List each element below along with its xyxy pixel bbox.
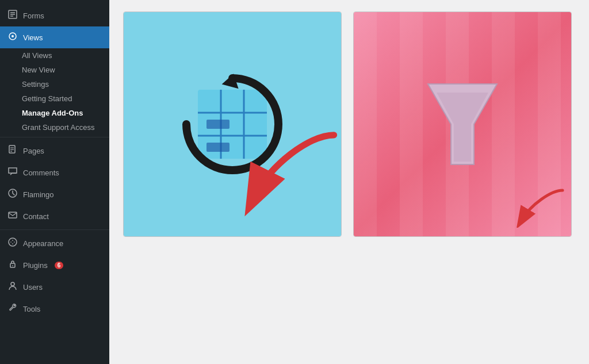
sidebar-item-flamingo[interactable]: Flamingo	[0, 183, 109, 205]
sidebar-item-tools-label: Tools	[23, 305, 40, 313]
flamingo-icon	[7, 188, 18, 201]
sidebar-item-forms-label: Forms	[23, 12, 44, 20]
sidebar-divider-1	[0, 137, 109, 137]
addon-card-filtering: Advanced Filtering 🔌 Active Deactivate C…	[353, 12, 572, 237]
plugins-icon	[7, 259, 18, 271]
svg-rect-21	[206, 120, 230, 129]
sidebar-sub-manage-addons[interactable]: Manage Add-Ons	[0, 106, 109, 120]
appearance-icon	[7, 237, 18, 250]
sidebar-item-contact[interactable]: Contact	[0, 205, 109, 227]
plugins-badge: 6	[55, 262, 64, 269]
filtering-image	[354, 12, 571, 236]
datatables-body: DataTables 🔌 Inactive Activate GravityVi…	[124, 236, 341, 237]
main-content: DataTables 🔌 Inactive Activate GravityVi…	[109, 0, 589, 364]
sidebar-sub-new-view[interactable]: New View	[0, 63, 109, 77]
sidebar-item-appearance-label: Appearance	[23, 239, 63, 248]
sidebar-item-pages[interactable]: Pages	[0, 140, 109, 162]
sidebar-sub-settings[interactable]: Settings	[0, 77, 109, 91]
sidebar-divider-2	[0, 229, 109, 230]
addon-grid: DataTables 🔌 Inactive Activate GravityVi…	[123, 12, 572, 237]
sidebar-sub-all-views[interactable]: All Views	[0, 48, 109, 63]
sidebar-item-tools[interactable]: Tools	[0, 298, 109, 320]
datatables-svg	[181, 72, 284, 176]
sidebar: Forms Views All Views New View Settings …	[0, 0, 109, 364]
sidebar-item-plugins-label: Plugins	[23, 261, 48, 270]
contact-icon	[7, 210, 18, 223]
sidebar-item-users[interactable]: Users	[0, 276, 109, 298]
sidebar-item-plugins[interactable]: Plugins 6	[0, 254, 109, 276]
sidebar-item-views-label: Views	[23, 33, 43, 42]
svg-point-12	[9, 238, 17, 246]
tools-icon	[7, 302, 18, 315]
svg-rect-22	[206, 143, 230, 152]
sidebar-item-forms[interactable]: Forms	[0, 5, 109, 26]
datatables-image	[124, 12, 341, 236]
sidebar-item-comments[interactable]: Comments	[0, 162, 109, 183]
sidebar-item-comments-label: Comments	[23, 168, 59, 177]
forms-icon	[7, 9, 18, 22]
sidebar-item-users-label: Users	[23, 283, 43, 292]
addon-card-datatables: DataTables 🔌 Inactive Activate GravityVi…	[123, 12, 342, 237]
views-icon	[7, 31, 18, 44]
pages-icon	[7, 144, 18, 157]
svg-rect-11	[9, 212, 17, 218]
sidebar-sub-grant-support[interactable]: Grant Support Access	[0, 120, 109, 135]
svg-point-15	[11, 282, 14, 286]
users-icon	[7, 281, 18, 293]
sidebar-item-pages-label: Pages	[23, 147, 44, 155]
sidebar-sub-getting-started[interactable]: Getting Started	[0, 91, 109, 106]
sidebar-item-contact-label: Contact	[23, 212, 49, 221]
sidebar-item-views[interactable]: Views	[0, 26, 109, 48]
sidebar-item-flamingo-label: Flamingo	[23, 190, 53, 199]
filtering-svg	[422, 72, 503, 176]
filtering-body: Advanced Filtering 🔌 Active Deactivate C…	[354, 236, 571, 237]
sidebar-item-appearance[interactable]: Appearance	[0, 232, 109, 254]
comments-icon	[7, 166, 18, 179]
svg-point-5	[12, 35, 14, 37]
